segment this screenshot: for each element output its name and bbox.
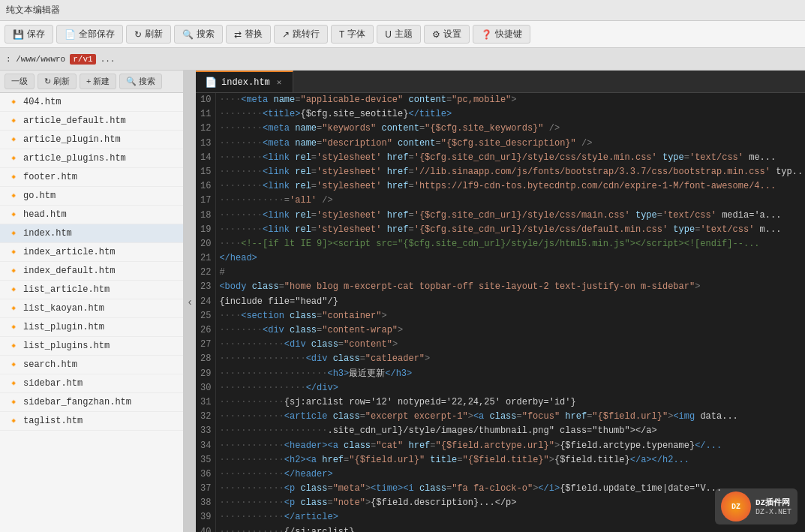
line-number: 19	[196, 223, 216, 237]
save-all-button[interactable]: 📄 全部保存	[56, 25, 123, 44]
path-highlight: r/v1	[70, 54, 95, 65]
save-icon: 💾	[13, 29, 24, 40]
sidebar-file-item[interactable]: 🔸 index_article.htm	[0, 243, 183, 262]
line-content[interactable]: ········<meta name="keywords" content="{…	[216, 122, 805, 136]
line-content[interactable]: ············{/sj:arclist}	[216, 525, 805, 532]
code-line: 19········<link rel='stylesheet' href='{…	[196, 223, 805, 237]
code-line: 36············</header>	[196, 467, 805, 482]
file-name: 404.htm	[23, 97, 61, 107]
line-content[interactable]: ········<link rel='stylesheet' href='{$c…	[216, 209, 805, 223]
line-content[interactable]: ············{sj:arclist row='12' notypei…	[216, 395, 805, 410]
level-button[interactable]: 一级	[5, 74, 35, 89]
editor-area: 📄 index.htm ✕ 10····<meta name="applicab…	[196, 71, 805, 532]
sidebar-file-item[interactable]: 🔸 search.htm	[0, 356, 183, 374]
line-content[interactable]: ················<div class="catleader">	[216, 352, 805, 366]
line-content[interactable]: ····················<h3>最近更新</h3>	[216, 367, 805, 381]
code-line: 10····<meta name="applicable-device" con…	[196, 93, 805, 107]
theme-label: 主题	[395, 28, 413, 41]
line-content[interactable]: {include file="head"/}	[216, 295, 805, 309]
line-number: 40	[196, 525, 216, 532]
line-content[interactable]: ····<section class="container">	[216, 309, 805, 323]
sidebar-file-item[interactable]: 🔸 go.htm	[0, 187, 183, 206]
sidebar-file-item[interactable]: 🔸 taglist.htm	[0, 412, 183, 431]
new-file-button[interactable]: + 新建	[80, 74, 116, 89]
file-name: footer.htm	[23, 172, 77, 182]
line-content[interactable]: ············<h2><a href="{$field.url}" t…	[216, 453, 805, 467]
line-content[interactable]: ········<meta name="description" content…	[216, 137, 805, 151]
sidebar-file-item[interactable]: 🔸 footer.htm	[0, 168, 183, 187]
tab-close-button[interactable]: ✕	[275, 77, 284, 88]
settings-button[interactable]: ⚙ 设置	[424, 25, 470, 44]
line-content[interactable]: ····<meta name="applicable-device" conte…	[216, 93, 805, 107]
sidebar-file-item[interactable]: 🔸 404.htm	[0, 93, 183, 112]
line-content[interactable]: </head>	[216, 251, 805, 266]
line-number: 21	[196, 251, 216, 266]
line-number: 13	[196, 137, 216, 151]
refresh-button[interactable]: ↻ 刷新	[126, 25, 171, 44]
search-button[interactable]: 🔍 搜索	[174, 25, 223, 44]
code-line: 24{include file="head"/}	[196, 295, 805, 309]
line-content[interactable]: ········<link rel='stylesheet' href='htt…	[216, 179, 805, 194]
collapse-sidebar-button[interactable]: ‹	[184, 71, 196, 532]
line-content[interactable]: #	[216, 266, 805, 280]
line-content[interactable]: ················</div>	[216, 381, 805, 395]
file-name: taglist.htm	[23, 416, 83, 426]
path-bar: : /www/wwwro r/v1 ...	[0, 48, 805, 71]
font-button[interactable]: T 字体	[331, 25, 374, 44]
file-name: article_plugin.htm	[23, 134, 121, 145]
file-name: sidebar_fangzhan.htm	[23, 397, 131, 407]
sidebar-search-button[interactable]: 🔍 搜索	[119, 74, 162, 89]
save-button[interactable]: 💾 保存	[5, 25, 53, 44]
line-content[interactable]: ············<div class="content">	[216, 338, 805, 352]
line-content[interactable]: ········<link rel='stylesheet' href='{$c…	[216, 151, 805, 165]
code-line: 30················</div>	[196, 381, 805, 395]
sidebar-refresh-button[interactable]: ↻ 刷新	[38, 74, 77, 89]
line-content[interactable]: ············='all' />	[216, 194, 805, 208]
file-icon: 🔸	[8, 115, 20, 127]
sidebar-file-item[interactable]: 🔸 index_default.htm	[0, 262, 183, 281]
tab-bar: 📄 index.htm ✕	[196, 71, 805, 93]
line-content[interactable]: ········<link rel='stylesheet' href='//l…	[216, 165, 805, 179]
sidebar-file-item[interactable]: 🔸 sidebar_fangzhan.htm	[0, 393, 183, 412]
sidebar-file-item[interactable]: 🔸 list_article.htm	[0, 281, 183, 299]
sidebar-toolbar: 一级 ↻ 刷新 + 新建 🔍 搜索	[0, 71, 183, 93]
shortcut-button[interactable]: ❓ 快捷键	[473, 25, 530, 44]
line-content[interactable]: ············<header><a class="cat" href=…	[216, 439, 805, 453]
file-icon: 🔸	[8, 209, 20, 221]
line-content[interactable]: ····················.site_cdn_url}/style…	[216, 424, 805, 438]
search-icon: 🔍	[182, 29, 194, 40]
sidebar-file-item[interactable]: 🔸 sidebar.htm	[0, 374, 183, 393]
sidebar-file-item[interactable]: 🔸 article_plugins.htm	[0, 149, 183, 168]
jump-button[interactable]: ↗ 跳转行	[274, 25, 328, 44]
code-editor[interactable]: 10····<meta name="applicable-device" con…	[196, 93, 805, 532]
sidebar-file-item[interactable]: 🔸 article_plugin.htm	[0, 131, 183, 149]
sidebar-file-item[interactable]: 🔸 list_plugins.htm	[0, 337, 183, 356]
sidebar-file-item[interactable]: 🔸 head.htm	[0, 206, 183, 224]
path-text: : /www/wwwro	[6, 55, 65, 64]
editor-tab-index[interactable]: 📄 index.htm ✕	[196, 71, 293, 92]
font-label: 字体	[347, 28, 365, 41]
sidebar-file-item[interactable]: 🔸 list_kaoyan.htm	[0, 299, 183, 318]
file-icon: 🔸	[8, 134, 20, 146]
sidebar-file-item[interactable]: 🔸 list_plugin.htm	[0, 318, 183, 337]
code-line: 26········<div class="content-wrap">	[196, 323, 805, 338]
line-content[interactable]: <body class="home blog m-excerpt-cat top…	[216, 280, 805, 294]
file-icon: 🔸	[8, 96, 20, 108]
theme-button[interactable]: U 主题	[377, 25, 421, 44]
line-content[interactable]: ····<!--[if lt IE 9]><script src="{$cfg.…	[216, 237, 805, 251]
replace-button[interactable]: ⇄ 替换	[226, 25, 271, 44]
sidebar-file-item[interactable]: 🔸 index.htm	[0, 224, 183, 243]
line-content[interactable]: ············</header>	[216, 467, 805, 482]
code-line: 11········<title>{$cfg.site_seotitle}</t…	[196, 107, 805, 122]
line-number: 24	[196, 295, 216, 309]
line-content[interactable]: ········<title>{$cfg.site_seotitle}</tit…	[216, 107, 805, 122]
sidebar-file-item[interactable]: 🔸 article_default.htm	[0, 112, 183, 131]
line-content[interactable]: ········<div class="content-wrap">	[216, 323, 805, 338]
code-line: 13········<meta name="description" conte…	[196, 137, 805, 151]
code-line: 33····················.site_cdn_url}/sty…	[196, 424, 805, 438]
line-content[interactable]: ········<link rel='stylesheet' href='{$c…	[216, 223, 805, 237]
watermark-url: DZ-X.NET	[755, 508, 791, 516]
line-content[interactable]: ············<article class="excerpt exce…	[216, 410, 805, 424]
file-icon: 🔸	[8, 396, 20, 408]
code-line: 15········<link rel='stylesheet' href='/…	[196, 165, 805, 179]
